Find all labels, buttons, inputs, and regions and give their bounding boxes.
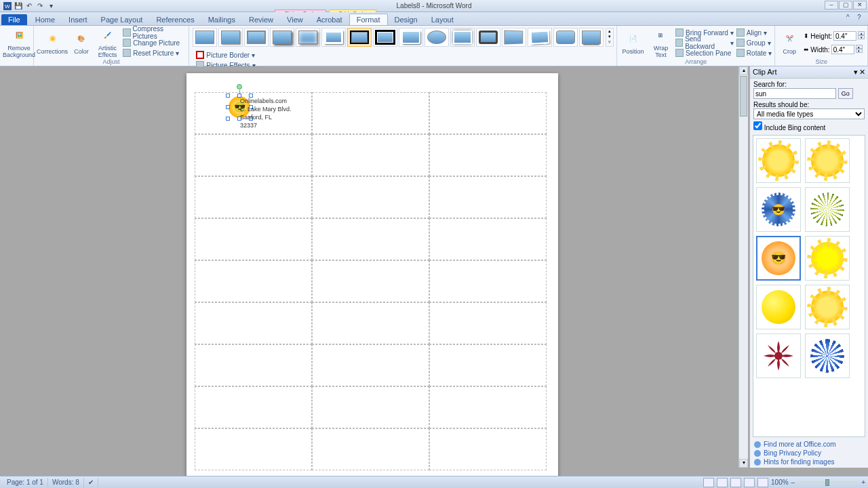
label-cell[interactable]: [312, 260, 429, 302]
align-button[interactable]: Align ▾: [736, 28, 772, 37]
reset-picture-button[interactable]: Reset Picture ▾: [123, 48, 186, 58]
ribbon-minimize-icon[interactable]: ^: [846, 14, 854, 22]
picture-style-15[interactable]: [553, 28, 578, 47]
zoom-out-button[interactable]: –: [791, 479, 795, 486]
view-outline[interactable]: [744, 478, 755, 487]
tab-insert[interactable]: Insert: [62, 14, 94, 25]
media-types-select[interactable]: All media file types: [753, 108, 865, 119]
selection-pane-button[interactable]: Selection Pane: [675, 48, 734, 58]
label-cell[interactable]: [312, 428, 429, 470]
label-cell[interactable]: [195, 302, 312, 344]
corrections-button[interactable]: ☀️Corrections: [37, 27, 68, 58]
label-cell[interactable]: [429, 428, 547, 470]
picture-style-12[interactable]: [476, 28, 500, 47]
minimize-button[interactable]: –: [825, 1, 838, 9]
change-picture-button[interactable]: Change Picture: [123, 38, 186, 47]
help-icon[interactable]: ?: [857, 14, 865, 22]
clipart-item-2[interactable]: [805, 138, 850, 183]
tab-review[interactable]: Review: [242, 14, 280, 25]
label-cell[interactable]: [195, 260, 312, 302]
label-cell[interactable]: [312, 344, 429, 386]
tab-format[interactable]: Format: [349, 14, 388, 25]
zoom-in-button[interactable]: +: [861, 479, 865, 486]
clipart-item-5[interactable]: [756, 236, 801, 281]
tab-layout[interactable]: Layout: [425, 14, 460, 25]
status-words[interactable]: Words: 8: [48, 478, 84, 487]
undo-icon[interactable]: ↶: [24, 1, 34, 11]
include-bing-checkbox[interactable]: [753, 121, 762, 130]
label-cell[interactable]: [429, 302, 547, 344]
position-button[interactable]: 📄Position: [620, 27, 646, 58]
picture-style-14[interactable]: [528, 28, 552, 47]
status-page[interactable]: Page: 1 of 1: [3, 478, 48, 487]
view-draft[interactable]: [757, 478, 768, 487]
color-button[interactable]: 🎨Color: [71, 27, 92, 58]
rotate-handle[interactable]: [237, 84, 242, 89]
scroll-thumb[interactable]: [740, 76, 747, 117]
label-cell[interactable]: [429, 92, 547, 134]
qat-more-icon[interactable]: ▾: [46, 1, 56, 11]
height-input[interactable]: ⬍Height: ▴▾: [804, 31, 865, 41]
zoom-slider[interactable]: [797, 481, 859, 484]
label-cell[interactable]: [195, 344, 312, 386]
clipart-item-7[interactable]: [756, 285, 801, 329]
zoom-level[interactable]: 100%: [771, 479, 789, 486]
group-button[interactable]: Group ▾: [736, 38, 772, 47]
redo-icon[interactable]: ↷: [35, 1, 45, 11]
clipart-item-9[interactable]: [756, 333, 801, 378]
pane-menu-icon[interactable]: ▾: [854, 68, 858, 77]
bing-privacy-link[interactable]: Bing Privacy Policy: [754, 449, 864, 458]
label-cell[interactable]: [195, 428, 312, 470]
picture-style-2[interactable]: [218, 28, 243, 47]
clipart-item-3[interactable]: [756, 187, 801, 232]
picture-style-4[interactable]: [270, 28, 294, 47]
picture-style-9[interactable]: [399, 28, 423, 47]
remove-background-button[interactable]: 🖼️Remove Background: [3, 27, 35, 58]
maximize-button[interactable]: ▢: [839, 1, 852, 9]
picture-style-16[interactable]: [579, 28, 604, 47]
picture-style-6[interactable]: [321, 28, 346, 47]
label-cell[interactable]: [429, 134, 547, 176]
pane-close-icon[interactable]: ✕: [859, 68, 865, 77]
picture-style-11[interactable]: [450, 28, 475, 47]
picture-style-7[interactable]: [347, 28, 372, 47]
save-icon[interactable]: 💾: [14, 1, 23, 11]
artistic-effects-button[interactable]: 🖌️Artistic Effects: [95, 27, 120, 58]
view-web[interactable]: [730, 478, 741, 487]
label-cell[interactable]: [195, 386, 312, 428]
vertical-scrollbar[interactable]: ▴ ▾: [738, 66, 748, 468]
label-cell[interactable]: [429, 176, 547, 218]
label-cell[interactable]: [429, 344, 547, 386]
label-cell[interactable]: [429, 386, 547, 428]
send-backward-button[interactable]: Send Backward ▾: [675, 38, 734, 47]
tab-page-layout[interactable]: Page Layout: [94, 14, 150, 25]
view-print-layout[interactable]: [703, 478, 714, 487]
picture-border-button[interactable]: Picture Border ▾: [196, 50, 255, 60]
label-cell[interactable]: [312, 386, 429, 428]
picture-style-13[interactable]: [502, 28, 526, 47]
tab-mailings[interactable]: Mailings: [201, 14, 242, 25]
scroll-down-icon[interactable]: ▾: [739, 459, 748, 468]
picture-style-3[interactable]: [244, 28, 269, 47]
tab-view[interactable]: View: [280, 14, 310, 25]
label-cell[interactable]: [312, 218, 429, 260]
picture-style-10[interactable]: [425, 28, 449, 47]
find-more-office-link[interactable]: Find more at Office.com: [754, 440, 864, 449]
crop-button[interactable]: ✂️Crop: [778, 27, 801, 58]
height-down[interactable]: ▾: [858, 35, 865, 39]
tab-references[interactable]: References: [149, 14, 201, 25]
tab-design[interactable]: Design: [388, 14, 425, 25]
picture-style-5[interactable]: [296, 28, 320, 47]
picture-styles-more[interactable]: ▴▾▿: [606, 28, 614, 47]
page[interactable]: Onlinelabels.com E. Lake Mary Blvd. Sanf…: [186, 73, 558, 488]
label-cell-1[interactable]: Onlinelabels.com E. Lake Mary Blvd. Sanf…: [195, 92, 312, 134]
status-proof-icon[interactable]: ✔: [84, 478, 98, 487]
clipart-item-6[interactable]: [805, 236, 850, 281]
scroll-up-icon[interactable]: ▴: [739, 66, 748, 75]
compress-pictures-button[interactable]: Compress Pictures: [123, 28, 186, 37]
clipart-item-1[interactable]: [756, 138, 801, 183]
tab-file[interactable]: File: [1, 14, 27, 25]
go-button[interactable]: Go: [838, 88, 853, 99]
clipart-item-4[interactable]: [805, 187, 850, 232]
wrap-text-button[interactable]: 🗎Wrap Text: [649, 27, 673, 58]
